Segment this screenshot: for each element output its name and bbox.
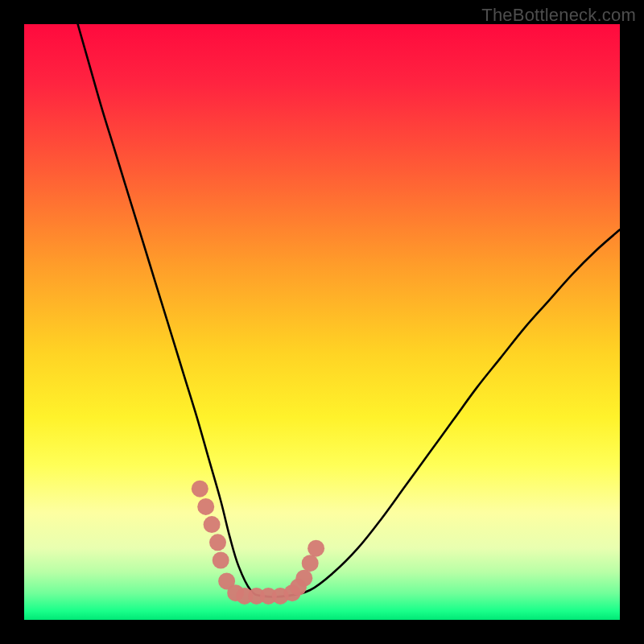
watermark-text: TheBottleneck.com — [481, 5, 636, 26]
chart-frame: TheBottleneck.com — [0, 0, 644, 644]
plot-area — [24, 24, 620, 620]
highlight-dot — [308, 540, 324, 557]
highlight-dot — [302, 555, 319, 572]
highlight-dot — [197, 498, 214, 515]
highlight-dot — [295, 570, 312, 587]
bottleneck-curve — [24, 24, 620, 620]
highlight-dot — [209, 534, 226, 551]
highlight-dot — [213, 552, 229, 569]
highlight-dot — [204, 516, 221, 533]
highlight-dot — [192, 481, 208, 497]
